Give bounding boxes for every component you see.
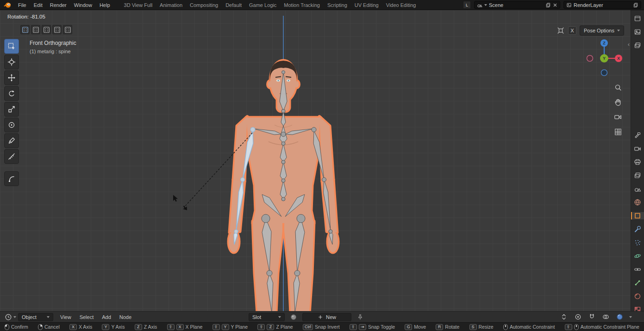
scene-selector[interactable]: Scene <box>474 1 560 9</box>
object-tab-icon[interactable] <box>631 212 644 219</box>
scene-tab-icon[interactable] <box>631 185 644 193</box>
chevron-down-icon <box>617 30 620 31</box>
view-orientation-label: Front Orthographic <box>30 39 76 47</box>
pose-mirror-icon[interactable] <box>556 26 565 35</box>
x-axis-mirror-toggle[interactable]: X <box>568 26 576 35</box>
render-layer-name: RenderLayer <box>574 2 603 8</box>
main-menus: FileEditRenderWindowHelp <box>14 2 114 8</box>
layout-tab[interactable]: Compositing <box>186 2 222 8</box>
layout-tab[interactable]: Motion Tracking <box>280 2 324 8</box>
pose-options-dropdown[interactable]: Pose Options <box>580 25 624 36</box>
key-badge: ⇧ <box>257 324 265 330</box>
layout-tab[interactable]: 3D View Full <box>120 2 156 8</box>
layout-tab[interactable]: Video Editing <box>382 2 420 8</box>
snap-magnet-icon[interactable] <box>588 313 596 321</box>
gizmo-minus-z-handle[interactable] <box>601 70 607 76</box>
hint-label: Snap Invert <box>315 324 340 330</box>
copy-icon[interactable] <box>633 2 638 8</box>
3d-viewport[interactable]: Rotation: -81.05 Front Orthographic (1) … <box>0 10 631 311</box>
layout-tab[interactable]: Default <box>222 2 245 8</box>
layout-tab[interactable]: UV Editing <box>351 2 382 8</box>
view-layer-tab-icon[interactable] <box>631 172 644 179</box>
image-tools: Slot New <box>249 313 364 321</box>
menu-item[interactable]: Window <box>70 2 96 8</box>
screen-layout-icon-2[interactable] <box>31 25 40 34</box>
viewport-shading-icon[interactable] <box>615 313 624 321</box>
material-tab-icon[interactable] <box>631 293 644 300</box>
gizmo-minus-x-handle[interactable] <box>587 56 593 62</box>
tool-tab-icon[interactable] <box>631 131 644 139</box>
mouse-left-icon <box>5 324 9 330</box>
hint-label: Z Axis <box>144 324 157 330</box>
transform-tool[interactable] <box>4 118 19 132</box>
modifiers-tab-icon[interactable] <box>631 225 644 233</box>
gizmo-x-label: X <box>617 56 620 61</box>
hint-automatic-constraint-plane: ⇧Automatic Constraint Plane <box>565 324 639 330</box>
header-menu-item[interactable]: Node <box>115 314 136 320</box>
rotate-tool[interactable] <box>4 86 19 101</box>
menu-item[interactable]: File <box>14 2 30 8</box>
layout-tab[interactable]: Scripting <box>324 2 351 8</box>
image-stack-icon[interactable] <box>631 42 644 49</box>
hook-tool[interactable] <box>4 171 19 186</box>
pan-hand-icon[interactable] <box>613 97 623 107</box>
screen-layout-icon-1[interactable] <box>20 25 30 34</box>
render-result-icon[interactable] <box>631 28 644 36</box>
character-model[interactable] <box>213 56 356 311</box>
menu-item[interactable]: Help <box>96 2 114 8</box>
header-menu-item[interactable]: Add <box>98 314 115 320</box>
header-menu-item[interactable]: View <box>56 314 75 320</box>
render-tab-icon[interactable] <box>631 145 644 152</box>
editor-type-button[interactable] <box>3 313 18 321</box>
key-badge: ⇧ <box>565 324 572 330</box>
select-box-tool[interactable] <box>4 39 19 54</box>
move-tool[interactable] <box>4 70 19 85</box>
blender-logo-icon[interactable] <box>4 2 12 8</box>
proportional-editing-icon[interactable] <box>574 313 582 321</box>
header-menu-item[interactable]: Select <box>75 314 98 320</box>
orthographic-grid-icon[interactable] <box>613 127 623 137</box>
output-tab-icon[interactable] <box>631 158 644 166</box>
measure-tool[interactable] <box>4 149 19 164</box>
zoom-icon[interactable] <box>613 82 623 93</box>
render-layer-icon <box>566 2 572 8</box>
render-layer-selector[interactable]: RenderLayer <box>563 1 641 9</box>
editor-sync-icon[interactable] <box>560 313 568 321</box>
slot-label: Slot <box>252 314 261 320</box>
annotate-tool[interactable] <box>4 133 19 148</box>
hint-z-plane: ⇧ZZ Plane <box>257 324 293 330</box>
mode-dropdown[interactable]: Object <box>18 313 53 321</box>
editor-type-icon <box>5 313 12 321</box>
overlay-icon[interactable] <box>601 313 610 321</box>
particles-tab-icon[interactable] <box>631 239 644 246</box>
editor-header: Object ViewSelectAddNode Slot New <box>0 311 644 322</box>
region-collapse-arrow[interactable]: ‹ <box>628 41 630 48</box>
camera-view-icon[interactable] <box>613 112 623 122</box>
close-icon[interactable] <box>553 3 557 7</box>
world-tab-icon[interactable] <box>631 199 644 206</box>
screen-layout-icon-3[interactable] <box>42 25 51 34</box>
copy-icon[interactable] <box>545 2 551 8</box>
library-badge[interactable]: L <box>463 1 471 9</box>
image-datablock-icon[interactable] <box>289 313 298 321</box>
scale-tool[interactable] <box>4 102 19 117</box>
hint-label: X Plane <box>186 324 203 330</box>
key-badge: Y <box>102 324 109 330</box>
slot-dropdown[interactable]: Slot <box>249 313 285 321</box>
physics-tab-icon[interactable] <box>631 252 644 260</box>
tool-shelf <box>4 39 19 186</box>
layout-tab[interactable]: Animation <box>156 2 186 8</box>
new-image-button[interactable]: New <box>302 313 351 321</box>
layout-tab[interactable]: Game Logic <box>245 2 280 8</box>
pin-icon[interactable] <box>356 313 364 321</box>
navigation-gizmo[interactable]: Z X Y <box>585 38 624 77</box>
menu-item[interactable]: Render <box>46 2 70 8</box>
cursor-tool[interactable] <box>4 55 19 69</box>
screen-layout-icon-5[interactable] <box>63 25 72 34</box>
editor-type-icon[interactable] <box>631 15 644 22</box>
key-badge: X <box>69 324 77 330</box>
screen-layout-icon-4[interactable] <box>52 25 62 34</box>
menu-item[interactable]: Edit <box>30 2 46 8</box>
constraints-tab-icon[interactable] <box>631 266 644 273</box>
data-tab-icon[interactable] <box>631 279 644 287</box>
